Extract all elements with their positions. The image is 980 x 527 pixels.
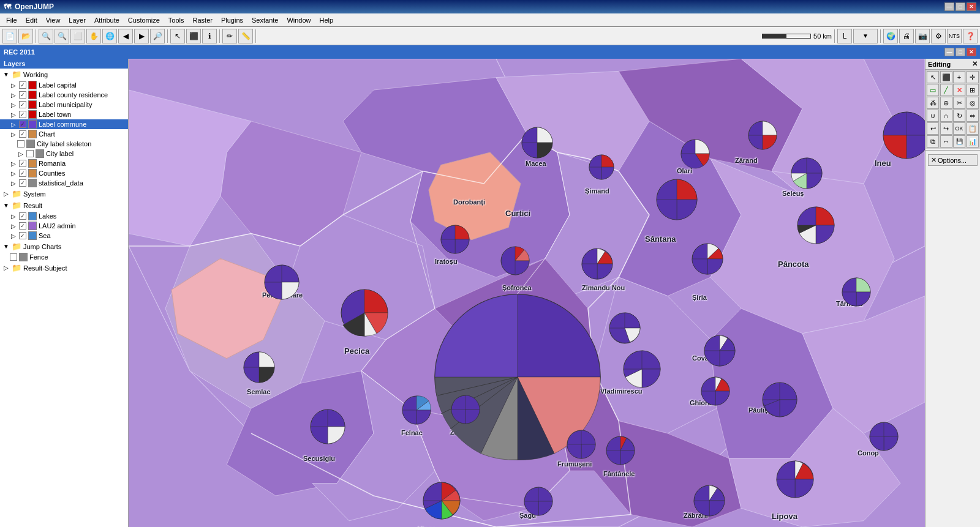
nts-button[interactable]: NTS: [947, 29, 962, 43]
checkbox-city-skeleton[interactable]: [17, 140, 24, 148]
menu-tools[interactable]: Tools: [165, 15, 188, 25]
maximize-button[interactable]: □: [956, 2, 965, 11]
edit-buffer[interactable]: ◎: [967, 97, 979, 109]
inner-maximize[interactable]: □: [956, 48, 965, 56]
edit-intersect[interactable]: ∩: [940, 110, 952, 122]
menu-view[interactable]: View: [42, 15, 64, 25]
checkbox-label-capital[interactable]: [19, 81, 26, 89]
edit-select-fence[interactable]: ⬛: [940, 71, 952, 83]
settings-button[interactable]: ⚙: [931, 29, 946, 43]
print-button[interactable]: 🖨: [899, 29, 914, 43]
edit-explode[interactable]: ⁂: [927, 97, 939, 109]
layer-sea[interactable]: ▷ Sea: [0, 231, 128, 241]
edit-copy[interactable]: ⧉: [927, 135, 939, 148]
layer-city-label[interactable]: ▷ City label: [0, 149, 128, 159]
checkbox-label-municipality[interactable]: [19, 101, 26, 108]
edit-commit[interactable]: OK: [953, 122, 965, 135]
result-subject-header[interactable]: ▷ 📁 Result-Subject: [0, 262, 128, 274]
edit-rotate[interactable]: ↻: [953, 110, 965, 122]
snapshot-button[interactable]: 📷: [915, 29, 930, 43]
menu-attribute[interactable]: Attribute: [91, 15, 123, 25]
options-button[interactable]: ✕ Options...: [928, 154, 978, 166]
zoom-out-button[interactable]: 🔍: [55, 29, 69, 43]
layer-lau2[interactable]: ▷ LAU2 admin: [0, 221, 128, 231]
layer-label-county[interactable]: ▷ Label county residence: [0, 90, 128, 100]
menu-raster[interactable]: Raster: [189, 15, 216, 25]
edit-draw-polygon[interactable]: ▭: [927, 84, 939, 96]
zoom-in-button[interactable]: 🔍: [39, 29, 53, 43]
menu-layer[interactable]: Layer: [65, 15, 89, 25]
edit-properties[interactable]: 📊: [967, 135, 979, 148]
menu-customize[interactable]: Customize: [124, 15, 164, 25]
checkbox-statistical[interactable]: [19, 179, 26, 187]
inner-close[interactable]: ✕: [967, 48, 976, 56]
checkbox-counties[interactable]: [19, 170, 26, 177]
edit-move[interactable]: ✛: [967, 71, 979, 83]
layer-label-commune[interactable]: ▷ Label commune: [0, 119, 128, 129]
checkbox-city-label[interactable]: [26, 150, 34, 157]
edit-scale[interactable]: ⇔: [967, 110, 979, 122]
edit-merge[interactable]: ⊕: [940, 97, 952, 109]
layer-dropdown[interactable]: ▼: [853, 29, 878, 43]
edit-undo[interactable]: ↩: [927, 122, 939, 135]
menu-edit[interactable]: Edit: [22, 15, 41, 25]
new-button[interactable]: 📄: [2, 29, 17, 43]
map-area[interactable]: Curtici Macea Dorobanți Iratoșu Șofronea…: [129, 59, 925, 527]
edit-add-vertex[interactable]: +: [953, 71, 965, 83]
menu-plugins[interactable]: Plugins: [217, 15, 247, 25]
layer-statistical[interactable]: ▷ statistical_data: [0, 178, 128, 188]
identify-button[interactable]: ℹ: [202, 29, 217, 43]
edit-split[interactable]: ✂: [953, 97, 965, 109]
working-group-header[interactable]: ▼ 📁 Working: [0, 69, 128, 80]
layer-label-municipality[interactable]: ▷ Label municipality: [0, 100, 128, 110]
edit-snap[interactable]: ⊞: [967, 84, 979, 96]
edit-delete[interactable]: ✕: [953, 84, 965, 96]
select-button[interactable]: ↖: [170, 29, 185, 43]
edit-save[interactable]: 💾: [953, 135, 965, 148]
layer-fence[interactable]: Fence: [0, 252, 128, 262]
zoom-next-button[interactable]: ▶: [134, 29, 149, 43]
zoom-rect-button[interactable]: ⬜: [70, 29, 85, 43]
result-group-header[interactable]: ▼ 📁 Result: [0, 200, 128, 211]
pan-button[interactable]: ✋: [86, 29, 101, 43]
layer-counties[interactable]: ▷ Counties: [0, 168, 128, 178]
layer-label-capital[interactable]: ▷ Label capital: [0, 80, 128, 90]
edit-select-tool[interactable]: ↖: [927, 71, 939, 83]
jump-charts-header[interactable]: ▼ 📁 Jump Charts: [0, 241, 128, 252]
menu-sextante[interactable]: Sextante: [248, 15, 282, 25]
edit-union[interactable]: ∪: [927, 110, 939, 122]
menu-window[interactable]: Window: [283, 15, 314, 25]
checkbox-romania[interactable]: [19, 160, 26, 167]
zoom-full-button[interactable]: 🌐: [102, 29, 117, 43]
globe-button[interactable]: 🌍: [883, 29, 898, 43]
edit-button[interactable]: ✏: [222, 29, 237, 43]
checkbox-fence[interactable]: [10, 253, 17, 261]
open-button[interactable]: 📂: [18, 29, 33, 43]
measure-button[interactable]: 📏: [238, 29, 253, 43]
menu-help[interactable]: Help: [316, 15, 337, 25]
system-group-header[interactable]: ▷ 📁 System: [0, 188, 128, 200]
select-fence-button[interactable]: ⬛: [186, 29, 201, 43]
edit-redo[interactable]: ↪: [940, 122, 952, 135]
minimize-button[interactable]: —: [944, 2, 954, 11]
layer-chart[interactable]: ▷ Chart: [0, 129, 128, 139]
checkbox-label-county[interactable]: [19, 91, 26, 99]
layer-romania[interactable]: ▷ Romania: [0, 159, 128, 168]
checkbox-label-town[interactable]: [19, 111, 26, 118]
edit-flip[interactable]: ↔: [940, 135, 952, 148]
layer-label-town[interactable]: ▷ Label town: [0, 110, 128, 119]
inner-minimize[interactable]: —: [944, 48, 954, 56]
close-button[interactable]: ✕: [967, 2, 976, 11]
checkbox-sea[interactable]: [19, 232, 26, 239]
editing-close-button[interactable]: ✕: [972, 60, 978, 68]
edit-draw-line[interactable]: ╱: [940, 84, 952, 96]
menu-file[interactable]: File: [2, 15, 21, 25]
layer-lakes[interactable]: ▷ Lakes: [0, 211, 128, 221]
layer-city-skeleton[interactable]: City label skeleton: [0, 139, 128, 149]
zoom-prev-button[interactable]: ◀: [118, 29, 133, 43]
checkbox-lau2[interactable]: [19, 222, 26, 230]
edit-paste[interactable]: 📋: [967, 122, 979, 135]
checkbox-label-commune[interactable]: [19, 121, 26, 128]
help-button[interactable]: ❓: [963, 29, 978, 43]
checkbox-lakes[interactable]: [19, 212, 26, 220]
